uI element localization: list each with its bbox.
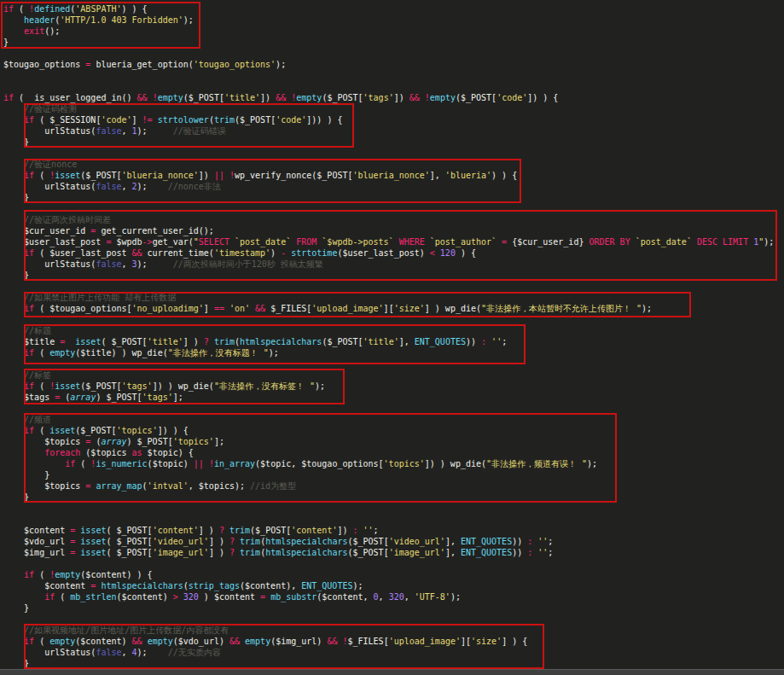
code-line: $cur_user_id = get_current_user_id(); — [3, 225, 784, 236]
code-token: ($_POST[ — [183, 93, 224, 102]
code-token: 'tougao_options' — [194, 60, 276, 69]
code-token: } — [3, 659, 29, 668]
code-line: urlStatus(false, 1); //验证码错误 — [3, 125, 784, 137]
code-token: && — [276, 93, 286, 102]
code-token: ( — [14, 4, 29, 14]
code-token: get_current_user_id(); — [96, 226, 213, 236]
code-token: FROM — [296, 237, 317, 247]
horizontal-scrollbar[interactable] — [0, 669, 784, 675]
code-token: == — [214, 304, 224, 313]
code-token — [3, 381, 24, 391]
code-token: htmlspecialchars — [240, 337, 322, 346]
code-token: "非法操作，没有标题！ " — [168, 348, 269, 358]
code-token: ]; — [173, 393, 183, 402]
code-token: trim — [240, 548, 260, 557]
code-line: if ( isset($_POST['topics']) ) { — [3, 425, 784, 436]
code-token: ] ) { — [502, 637, 527, 646]
code-token: htmlspecialchars — [265, 537, 347, 546]
code-token: ] ) — [183, 337, 204, 346]
code-token: 320 — [183, 592, 199, 602]
code-token: ); — [587, 459, 597, 468]
code-token: ($content) ) { — [80, 570, 152, 579]
code-token: ) ) { — [491, 171, 517, 180]
code-token: '' — [537, 548, 548, 557]
code-token: empty — [296, 93, 322, 102]
code-token: 'blueria_nonce' — [352, 171, 429, 180]
code-token — [3, 304, 24, 313]
code-token: ( — [34, 570, 49, 579]
code-line: //验证两次投稿时间差 — [3, 214, 784, 225]
code-token: empty — [55, 570, 80, 579]
code-token: 'content' — [291, 526, 337, 535]
code-token: false — [96, 182, 121, 191]
code-token: false — [96, 259, 121, 269]
code-token: isset — [55, 171, 80, 180]
code-token: ; — [374, 526, 379, 535]
code-token: } — [3, 470, 49, 480]
code-editor[interactable]: if ( !defined('ABSPATH') ) { header('HTT… — [3, 3, 784, 669]
code-token: trim — [214, 115, 235, 125]
code-token: ($_POST[ — [456, 93, 497, 102]
code-token: ($topic, $tougao_options[ — [255, 459, 384, 468]
code-token: ($_POST[ — [347, 548, 388, 557]
code-token: || — [194, 459, 204, 468]
code-line — [3, 148, 784, 159]
code-token: ]) — [199, 171, 214, 180]
code-line — [3, 403, 784, 414]
code-token: ($_POST[ — [75, 426, 116, 435]
code-token: ( $tougao_options[ — [34, 304, 131, 313]
code-token: && — [255, 304, 265, 313]
code-token: strtotime — [291, 248, 337, 258]
code-token: ], — [445, 548, 461, 557]
code-line: $topics = (array) $_POST['topics']; — [3, 436, 784, 447]
code-token: , — [121, 182, 131, 191]
code-token: ] ) — [209, 537, 229, 546]
code-token: , — [121, 259, 131, 269]
code-token — [3, 171, 24, 180]
code-token: "非法操作，频道有误！ " — [486, 459, 587, 468]
code-token: $_FILES[ — [348, 637, 389, 646]
code-token: if — [24, 426, 34, 435]
code-token: ); — [315, 381, 325, 391]
code-line: exit(); — [3, 26, 784, 37]
code-token: exit — [24, 26, 44, 36]
code-token: ; — [548, 537, 553, 546]
code-token: if — [24, 248, 34, 258]
code-token: ] ) — [199, 526, 219, 535]
code-token: 'code' — [101, 115, 131, 125]
code-token — [3, 115, 24, 125]
code-token: ); — [450, 592, 461, 602]
code-token: ], — [399, 337, 415, 346]
code-token: 'tags' — [142, 393, 173, 402]
code-token: ) — [270, 248, 281, 258]
code-token: ); — [137, 648, 168, 657]
code-token: ( — [90, 437, 101, 446]
code-token: ] — [204, 304, 214, 313]
code-token: , $topics); — [189, 481, 250, 491]
code-token: ( $_POST[ — [106, 537, 152, 546]
code-token: } — [3, 137, 29, 147]
code-token: '' — [363, 526, 374, 535]
code-line — [3, 558, 784, 569]
code-token: //id为整型 — [250, 481, 296, 491]
code-token: && — [132, 637, 142, 646]
code-line — [3, 514, 784, 525]
code-token: ($content) — [116, 592, 172, 602]
code-token: empty — [245, 637, 270, 646]
code-token: ENT_QUOTES — [415, 337, 466, 346]
code-token: 'upload_image' — [311, 304, 383, 313]
code-token: empty — [158, 93, 183, 102]
code-line: if ( $tougao_options['no_uploadimg'] == … — [3, 303, 784, 314]
code-line: //验证码检测 — [3, 103, 784, 114]
code-token: 'topics' — [173, 437, 214, 446]
code-token: ($vdo_url) — [173, 637, 229, 646]
code-token: $topic) { — [142, 448, 194, 457]
code-token: $content — [3, 526, 70, 535]
code-token: if — [24, 381, 34, 391]
code-token: $title — [3, 337, 60, 346]
code-token: htmlspecialchars — [265, 548, 347, 557]
code-token: mb_strlen — [70, 592, 116, 602]
code-token: ($user_last_post) — [337, 248, 429, 258]
code-token: ) $_POST[ — [96, 393, 142, 402]
code-token: ( $_POST[ — [101, 337, 147, 346]
